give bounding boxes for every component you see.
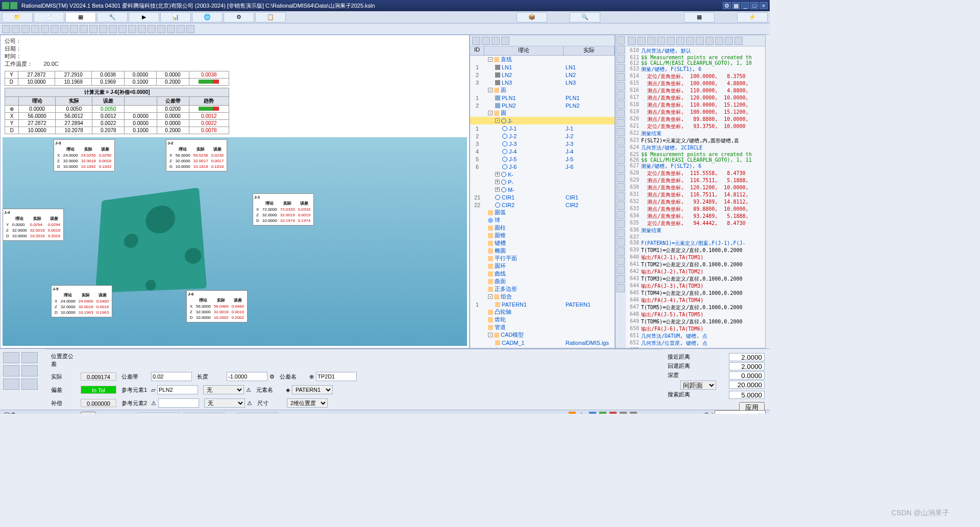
ct-icon[interactable]: [638, 37, 646, 45]
code-btn[interactable]: [617, 174, 625, 182]
tab[interactable]: 📊: [160, 12, 191, 22]
tree-row[interactable]: 球: [470, 216, 615, 224]
tb-icon[interactable]: [186, 25, 194, 33]
tb-icon[interactable]: [157, 25, 165, 33]
gear-icon[interactable]: ⚙: [270, 373, 275, 380]
tree-row[interactable]: 1PLN1PLN1: [470, 94, 615, 102]
tree-row[interactable]: 管道: [470, 323, 615, 331]
code-btn[interactable]: [617, 192, 625, 200]
tab[interactable]: 🔧: [97, 12, 128, 22]
tb-icon[interactable]: [128, 25, 136, 33]
depth-input[interactable]: [729, 371, 765, 380]
tree-row[interactable]: 椭圆: [470, 247, 615, 255]
tb-icon[interactable]: [51, 25, 59, 33]
approach-input[interactable]: [729, 353, 765, 361]
ime-label[interactable]: 中: [579, 412, 586, 414]
tb-icon[interactable]: [70, 25, 78, 33]
status-icon[interactable]: [599, 412, 606, 414]
mode-btn[interactable]: [3, 379, 19, 390]
mode-btn[interactable]: [21, 352, 38, 363]
none-select-3[interactable]: 无: [184, 413, 225, 414]
none-select-1[interactable]: 无: [203, 385, 244, 394]
ref1-input[interactable]: [157, 385, 198, 394]
ft-icon[interactable]: [501, 37, 509, 45]
code-btn[interactable]: [617, 64, 625, 72]
code-btn[interactable]: [617, 119, 625, 127]
gap-select[interactable]: 间距面: [680, 381, 716, 390]
code-btn[interactable]: [617, 183, 625, 191]
code-btn[interactable]: [617, 238, 625, 246]
tab-active[interactable]: ▦: [65, 12, 96, 22]
ct-icon[interactable]: [715, 37, 723, 45]
tb-icon[interactable]: [167, 25, 175, 33]
tb-icon[interactable]: [41, 25, 49, 33]
tree-row[interactable]: 2J-2J-2: [470, 132, 615, 140]
status-icon[interactable]: [620, 412, 627, 414]
retract-input[interactable]: [729, 362, 765, 370]
search-input[interactable]: [729, 391, 765, 399]
code-btn[interactable]: [617, 275, 625, 283]
ct-icon[interactable]: [667, 37, 675, 45]
tree-row[interactable]: 凸轮轴: [470, 308, 615, 316]
code-btn[interactable]: [617, 101, 625, 109]
tb-icon[interactable]: [31, 25, 39, 33]
minimize-button[interactable]: _: [741, 2, 749, 9]
ct-icon[interactable]: [696, 37, 704, 45]
code-btn[interactable]: [617, 91, 625, 99]
tb-icon[interactable]: [21, 25, 30, 33]
tree-row[interactable]: 1J-1J-1: [470, 124, 615, 132]
code-btn[interactable]: [617, 55, 625, 63]
ct-icon[interactable]: [657, 37, 665, 45]
tb-icon[interactable]: [99, 25, 107, 33]
ime-icon[interactable]: [569, 412, 576, 414]
tab[interactable]: 🌐: [192, 12, 223, 22]
tree-row[interactable]: -CAD模型: [470, 331, 615, 339]
code-btn[interactable]: [617, 73, 625, 81]
tree-row[interactable]: 齿轮: [470, 316, 615, 323]
tree-row[interactable]: +P-: [470, 178, 615, 186]
status-select[interactable]: [715, 410, 766, 414]
tree-row[interactable]: -组合: [470, 293, 615, 300]
code-btn[interactable]: [617, 284, 625, 292]
tree-row[interactable]: 点云: [470, 346, 615, 348]
ct-icon[interactable]: [725, 37, 733, 45]
tree-row[interactable]: 22CIR2CIR2: [470, 201, 615, 209]
ct-icon[interactable]: [705, 37, 714, 45]
code-btn[interactable]: [617, 82, 625, 90]
ct-icon[interactable]: [647, 37, 655, 45]
ct-icon[interactable]: [734, 37, 743, 45]
tree-row[interactable]: +M-: [470, 186, 615, 193]
tree-row[interactable]: 1PATERN1PATERN1: [470, 300, 615, 308]
gap-input[interactable]: [729, 381, 765, 389]
dim-select[interactable]: 2维位置度: [287, 398, 328, 408]
tab-right[interactable]: 📦: [517, 12, 547, 22]
maximize-button[interactable]: □: [750, 2, 758, 9]
code-btn[interactable]: [617, 211, 625, 219]
length-input[interactable]: [227, 372, 267, 381]
tree-row[interactable]: 2LN2LN2: [470, 71, 615, 79]
code-btn[interactable]: [617, 202, 625, 210]
tree-row[interactable]: 圆锥: [470, 232, 615, 239]
none-select-2[interactable]: 无: [204, 398, 245, 408]
close-button[interactable]: ×: [760, 2, 768, 9]
tree-row[interactable]: 1LN1LN1: [470, 63, 615, 71]
tab[interactable]: ▶: [129, 12, 159, 22]
ct-icon[interactable]: [628, 37, 636, 45]
code-btn[interactable]: [617, 229, 625, 237]
code-editor[interactable]: 610几何算法/键槽, 默认611$$ Measurement points a…: [626, 46, 765, 348]
tb-icon[interactable]: [118, 25, 127, 33]
tree-row[interactable]: -面: [470, 86, 615, 94]
tree-row[interactable]: -圆: [470, 109, 615, 117]
code-btn[interactable]: [617, 156, 625, 164]
tab[interactable]: 📋: [255, 12, 286, 22]
tree-row[interactable]: 3LN3LN3: [470, 79, 615, 86]
status-icon[interactable]: [609, 412, 617, 414]
accept-button[interactable]: 接受: [81, 412, 96, 414]
tab[interactable]: ⚙: [224, 12, 254, 22]
mode-btn[interactable]: [3, 352, 19, 363]
tree-row[interactable]: 5J-5J-5: [470, 155, 615, 163]
tree-row[interactable]: 圆柱: [470, 224, 615, 232]
code-btn[interactable]: [617, 45, 625, 54]
tool-icon[interactable]: ⚙: [723, 2, 731, 9]
tree-row[interactable]: 6J-6J-6: [470, 163, 615, 170]
